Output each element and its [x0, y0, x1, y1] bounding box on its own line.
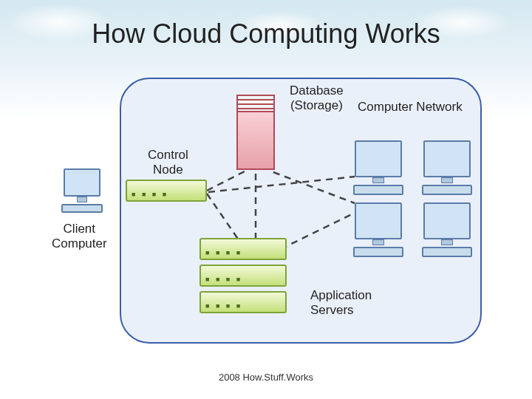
client-computer-label: Client Computer	[52, 222, 107, 250]
computer-network-icon	[349, 140, 476, 257]
application-servers-icon: ■ ■ ■ ■ ■ ■ ■ ■ ■ ■ ■ ■	[200, 238, 287, 318]
control-node-icon: ■ ■ ■ ■	[126, 180, 207, 202]
application-servers-label: Application Servers	[310, 288, 372, 317]
client-computer-icon	[58, 168, 106, 217]
database-storage-icon	[236, 95, 275, 171]
attribution-text: 2008 How.Stuff.Works	[0, 372, 532, 383]
computer-network-label: Computer Network	[358, 100, 463, 115]
page-title: How Cloud Computing Works	[0, 18, 532, 50]
database-label: Database (Storage)	[290, 83, 344, 112]
control-node-label: Control Node	[148, 148, 188, 177]
